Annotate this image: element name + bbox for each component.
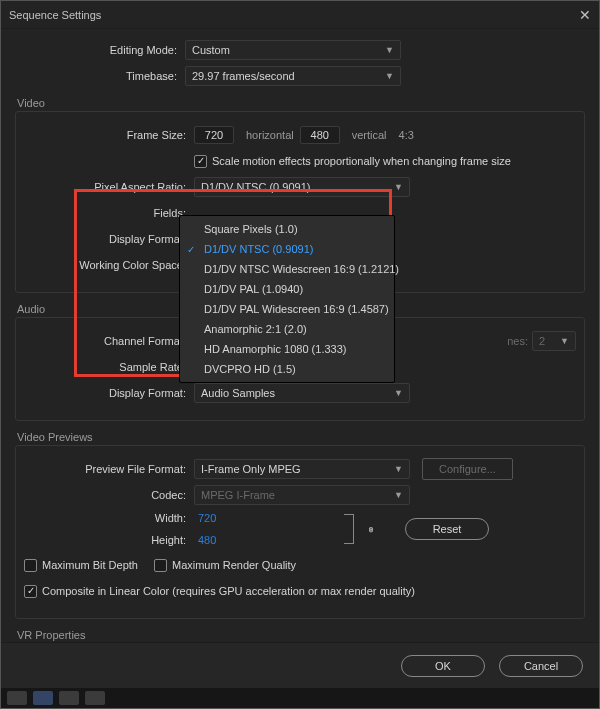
chevron-down-icon: ▼ — [560, 336, 569, 346]
chevron-down-icon: ▼ — [394, 464, 403, 474]
preview-file-format-dropdown[interactable]: I-Frame Only MPEG ▼ — [194, 459, 410, 479]
composite-linear-checkbox[interactable]: Composite in Linear Color (requires GPU … — [24, 585, 415, 598]
video-previews-group: Preview File Format: I-Frame Only MPEG ▼… — [15, 445, 585, 619]
sequence-settings-dialog: Sequence Settings ✕ Editing Mode: Custom… — [0, 0, 600, 709]
vr-properties-section-label: VR Properties — [17, 629, 585, 641]
tab-chip[interactable] — [85, 691, 105, 705]
preview-width-label: Width: — [24, 512, 194, 524]
editing-mode-value: Custom — [192, 44, 230, 56]
timebase-label: Timebase: — [15, 70, 185, 82]
timeline-tabstrip — [1, 688, 599, 708]
chevron-down-icon: ▼ — [385, 71, 394, 81]
checkbox-icon — [24, 585, 37, 598]
dialog-footer: OK Cancel — [1, 642, 599, 688]
audio-display-format-label: Display Format: — [24, 387, 194, 399]
max-render-quality-label: Maximum Render Quality — [172, 559, 296, 571]
checkbox-icon — [154, 559, 167, 572]
preview-width-value[interactable]: 720 — [194, 510, 228, 526]
par-option[interactable]: D1/DV PAL Widescreen 16:9 (1.4587) — [180, 299, 394, 319]
preview-height-label: Height: — [24, 534, 194, 546]
preview-file-format-label: Preview File Format: — [24, 463, 194, 475]
tab-chip[interactable] — [7, 691, 27, 705]
link-icon[interactable]: ⚭ — [364, 525, 377, 534]
editing-mode-label: Editing Mode: — [15, 44, 185, 56]
close-icon[interactable]: ✕ — [579, 7, 591, 23]
reset-button[interactable]: Reset — [405, 518, 489, 540]
frame-width-suffix: horizontal — [246, 129, 294, 141]
max-bit-depth-checkbox[interactable]: Maximum Bit Depth — [24, 559, 138, 572]
codec-value: MPEG I-Frame — [201, 489, 275, 501]
link-bracket-icon — [344, 514, 354, 544]
chevron-down-icon: ▼ — [394, 490, 403, 500]
timebase-dropdown[interactable]: 29.97 frames/second ▼ — [185, 66, 401, 86]
par-option[interactable]: D1/DV NTSC (0.9091) — [180, 239, 394, 259]
frame-height-input[interactable]: 480 — [300, 126, 340, 144]
chevron-down-icon: ▼ — [385, 45, 394, 55]
chevron-down-icon: ▼ — [394, 182, 403, 192]
par-option[interactable]: Square Pixels (1.0) — [180, 219, 394, 239]
checkbox-icon — [24, 559, 37, 572]
par-option[interactable]: D1/DV PAL (1.0940) — [180, 279, 394, 299]
frame-ar: 4:3 — [399, 129, 414, 141]
codec-dropdown: MPEG I-Frame ▼ — [194, 485, 410, 505]
channel-format-label: Channel Format: — [24, 335, 194, 347]
titlebar: Sequence Settings ✕ — [1, 1, 599, 29]
dialog-content: Editing Mode: Custom ▼ Timebase: 29.97 f… — [1, 29, 599, 642]
frame-size-label: Frame Size: — [24, 129, 194, 141]
preview-file-format-value: I-Frame Only MPEG — [201, 463, 301, 475]
frame-height-suffix: vertical — [352, 129, 387, 141]
video-section-label: Video — [17, 97, 585, 109]
working-color-space-label: Working Color Space: — [24, 259, 194, 271]
frame-width-input[interactable]: 720 — [194, 126, 234, 144]
ok-button[interactable]: OK — [401, 655, 485, 677]
par-option[interactable]: Anamorphic 2:1 (2.0) — [180, 319, 394, 339]
configure-button: Configure... — [422, 458, 513, 480]
audio-display-format-value: Audio Samples — [201, 387, 275, 399]
cancel-button[interactable]: Cancel — [499, 655, 583, 677]
max-bit-depth-label: Maximum Bit Depth — [42, 559, 138, 571]
max-render-quality-checkbox[interactable]: Maximum Render Quality — [154, 559, 296, 572]
tab-chip[interactable] — [33, 691, 53, 705]
tab-chip[interactable] — [59, 691, 79, 705]
composite-linear-label: Composite in Linear Color (requires GPU … — [42, 585, 415, 597]
scale-motion-checkbox[interactable]: Scale motion effects proportionally when… — [194, 155, 511, 168]
editing-mode-dropdown[interactable]: Custom ▼ — [185, 40, 401, 60]
video-previews-section-label: Video Previews — [17, 431, 585, 443]
par-label: Pixel Aspect Ratio: — [24, 181, 194, 193]
video-display-format-label: Display Format: — [24, 233, 194, 245]
scale-motion-label: Scale motion effects proportionally when… — [212, 155, 511, 167]
fields-label: Fields: — [24, 207, 194, 219]
channels-dropdown: 2 ▼ — [532, 331, 576, 351]
timebase-value: 29.97 frames/second — [192, 70, 295, 82]
par-value: D1/DV NTSC (0.9091) — [201, 181, 310, 193]
par-dropdown[interactable]: D1/DV NTSC (0.9091) ▼ — [194, 177, 410, 197]
channels-label-frag: nes: — [507, 335, 528, 347]
preview-height-value[interactable]: 480 — [194, 532, 228, 548]
chevron-down-icon: ▼ — [394, 388, 403, 398]
codec-label: Codec: — [24, 489, 194, 501]
par-option[interactable]: DVCPRO HD (1.5) — [180, 359, 394, 379]
audio-display-format-dropdown[interactable]: Audio Samples ▼ — [194, 383, 410, 403]
checkbox-icon — [194, 155, 207, 168]
dialog-title: Sequence Settings — [9, 9, 101, 21]
par-option[interactable]: D1/DV NTSC Widescreen 16:9 (1.2121) — [180, 259, 394, 279]
channels-value: 2 — [539, 335, 545, 347]
par-option[interactable]: HD Anamorphic 1080 (1.333) — [180, 339, 394, 359]
sample-rate-label: Sample Rate: — [24, 361, 194, 373]
par-dropdown-list[interactable]: Square Pixels (1.0)D1/DV NTSC (0.9091)D1… — [179, 215, 395, 383]
